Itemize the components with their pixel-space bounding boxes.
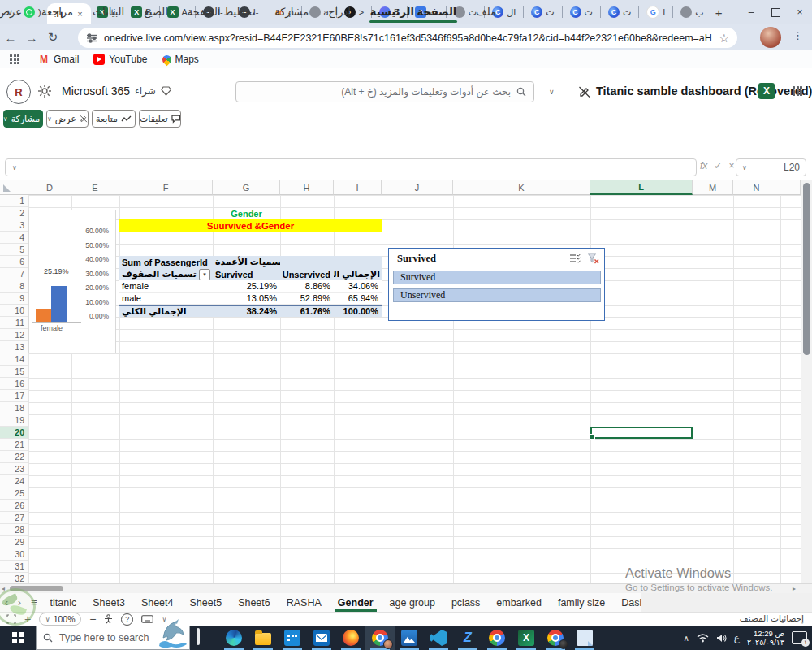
pivot-total-value[interactable]: 100.00% <box>334 305 382 317</box>
pivot-total-value[interactable]: 61.76% <box>280 305 334 317</box>
ribbon-tab-item[interactable]: إدراج <box>327 4 352 20</box>
taskbar-app-photos[interactable] <box>395 626 424 650</box>
sheet-tab-embarked[interactable]: embarked <box>488 593 550 612</box>
slicer-item-survived[interactable]: Survived <box>393 271 601 284</box>
bookmark-gmail[interactable]: MGmail <box>38 54 79 65</box>
banner-cell[interactable]: Suurvived &Gender <box>119 219 382 232</box>
pivot-value[interactable]: 13.05% <box>213 292 280 305</box>
row-header-4[interactable]: 4 <box>0 232 28 244</box>
window-minimize-button[interactable]: – <box>739 3 763 21</box>
row-header-13[interactable]: 13 <box>0 341 28 353</box>
bookmark-maps[interactable]: Maps <box>162 54 199 65</box>
zoom-out-icon[interactable]: − <box>89 613 96 626</box>
pivot-value[interactable]: 52.89% <box>280 292 334 305</box>
row-header-9[interactable]: 9 <box>0 292 28 305</box>
sheet-tab-family-size[interactable]: family size <box>550 593 613 612</box>
row-header-7[interactable]: 7 <box>0 268 28 280</box>
chart-bar-Survived[interactable] <box>51 286 67 322</box>
taskbar-search[interactable]: Type here to search <box>36 626 190 650</box>
taskbar-app-chrome-profile-3[interactable] <box>541 626 570 650</box>
pivot-row-label[interactable]: female <box>119 280 213 292</box>
column-header-E[interactable]: E <box>71 180 119 195</box>
catch-up-button[interactable]: متابعة <box>92 110 136 128</box>
speaker-icon[interactable] <box>716 634 727 643</box>
forward-icon[interactable]: → <box>21 31 42 45</box>
row-header-2[interactable]: 2 <box>0 207 28 219</box>
keyboard-icon[interactable] <box>141 615 153 623</box>
vertical-scrollbar-thumb[interactable] <box>803 183 810 355</box>
sheet-tab-gender[interactable]: Gender <box>330 593 382 612</box>
taskbar-app-mail[interactable] <box>307 626 336 650</box>
slicer-multiselect-icon[interactable] <box>569 254 581 263</box>
pivot-cell-empty[interactable] <box>280 256 334 268</box>
pivot-row-labels[interactable]: تسميات الصفوف▾ <box>119 268 213 280</box>
column-header-G[interactable]: G <box>213 180 280 195</box>
cancel-x-icon[interactable]: × <box>728 160 734 171</box>
row-header-1[interactable]: 1 <box>0 195 28 207</box>
survived-slicer[interactable]: Survived SurvivedUnservived <box>388 248 605 321</box>
column-header-L[interactable]: L <box>590 180 693 195</box>
workbook-statistics-label[interactable]: إحصائيات المصنف <box>740 613 804 623</box>
sheet-tab-sheet3[interactable]: Sheet3 <box>84 593 133 612</box>
name-box[interactable]: ∨ L20 <box>736 158 806 176</box>
sheet-tab-age-group[interactable]: age group <box>382 593 443 612</box>
taskbar-app-vscode[interactable] <box>424 626 453 650</box>
sheet-tab-pclass[interactable]: pclass <box>443 593 488 612</box>
ribbon-tab-item[interactable]: مشاركة <box>274 4 309 20</box>
embedded-bar-chart[interactable]: 60.00%50.00%40.00%30.00%20.00%10.00%0.00… <box>28 210 116 353</box>
new-tab-button[interactable]: + <box>710 3 728 21</box>
sheet-tab-sheet6[interactable]: Sheet6 <box>230 593 279 612</box>
select-all-corner[interactable] <box>0 180 28 195</box>
column-header-I[interactable]: I <box>334 180 382 195</box>
taskbar-app-edge[interactable] <box>219 626 248 650</box>
office-apps-waffle-icon[interactable] <box>793 86 802 96</box>
sheet-tab-rasha[interactable]: RASHA <box>279 593 330 612</box>
pivot-total-label[interactable]: الإجمالي الكلي <box>119 305 213 317</box>
bookmark-star-icon[interactable]: ☆ <box>719 32 729 45</box>
taskbar-app-task-view[interactable] <box>190 626 219 650</box>
ribbon-tab-item[interactable]: البيانات <box>92 4 125 20</box>
zoom-level-control[interactable]: ∨100% <box>39 613 81 626</box>
taskbar-app-excel[interactable]: X <box>512 626 541 650</box>
window-close-button[interactable]: × <box>788 3 812 21</box>
taskbar-app-store[interactable] <box>278 626 307 650</box>
row-header-17[interactable]: 17 <box>0 390 28 402</box>
browser-tab[interactable]: Cت <box>525 3 559 21</box>
help-icon[interactable]: ? <box>121 613 133 626</box>
formula-input[interactable]: ∨ <box>5 158 697 176</box>
viewing-mode-button[interactable]: عرض ∨ <box>46 110 89 128</box>
row-header-19[interactable]: 19 <box>0 414 28 427</box>
row-header-6[interactable]: 6 <box>0 256 28 268</box>
taskbar-app-chrome-profile-2[interactable] <box>482 626 512 650</box>
pivot-col-header[interactable]: Unservived <box>280 268 334 280</box>
slicer-clear-filter-icon[interactable] <box>587 253 599 264</box>
column-header-F[interactable]: F <box>119 180 213 195</box>
pivot-col-labels[interactable]: تسميات الأعمدة▾ <box>213 256 280 268</box>
apps-grid-icon[interactable] <box>10 54 19 64</box>
column-header-J[interactable]: J <box>382 180 453 195</box>
pivot-cell-empty[interactable] <box>334 256 382 268</box>
buy-label[interactable]: شراء <box>135 85 156 97</box>
chart-bar-Unservived[interactable] <box>36 309 51 322</box>
pivot-value[interactable]: 25.19% <box>213 280 280 292</box>
row-header-10[interactable]: 10 <box>0 305 28 317</box>
browser-tab[interactable]: Cت <box>564 3 598 21</box>
viewing-mode-icon[interactable] <box>578 85 591 98</box>
row-header-21[interactable]: 21 <box>0 439 28 451</box>
browser-tab[interactable]: ب <box>675 3 709 21</box>
row-header-8[interactable]: 8 <box>0 280 28 292</box>
back-icon[interactable]: ← <box>0 31 21 45</box>
row-header-15[interactable]: 15 <box>0 366 28 378</box>
column-header-H[interactable]: H <box>280 180 334 195</box>
pivot-total-value[interactable]: 38.24% <box>213 305 280 317</box>
ribbon-tab-active[interactable]: الصفحة الرئيسية <box>369 4 457 20</box>
scroll-right-icon[interactable]: ▸ <box>793 585 796 592</box>
bookmark-youtube[interactable]: YouTube <box>93 54 147 65</box>
taskbar-app-firefox[interactable] <box>336 626 365 650</box>
window-maximize-button[interactable] <box>763 3 788 21</box>
row-header-29[interactable]: 29 <box>0 536 28 548</box>
search-scope-chevron-icon[interactable]: ∨ <box>549 88 555 96</box>
accessibility-icon[interactable] <box>104 614 113 624</box>
pivot-filter-dropdown-icon[interactable]: ▾ <box>199 269 210 280</box>
browser-tab[interactable]: Gا <box>641 3 671 21</box>
